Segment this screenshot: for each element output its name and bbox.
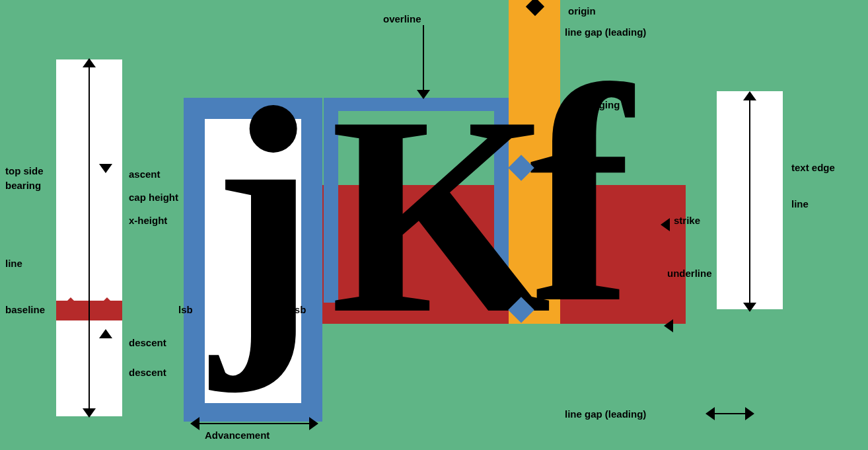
- label-underline: underline: [667, 268, 712, 279]
- label-line-right: line: [791, 198, 809, 209]
- advancement-arrow-l: [190, 417, 199, 430]
- label-strike: strike: [674, 215, 700, 226]
- right-line-stem: [749, 99, 750, 304]
- advancement-stem: [198, 423, 310, 424]
- label-bearing: bearing: [5, 180, 41, 191]
- label-top-side: top side: [5, 165, 44, 176]
- left-arrow-stem: [89, 66, 90, 410]
- ascent-arrow: [99, 164, 112, 173]
- overline-arrowhead: [417, 90, 430, 99]
- glyph-j: j: [211, 59, 317, 377]
- label-line-left: line: [5, 258, 22, 269]
- label-advancement: Advancement: [205, 430, 270, 441]
- label-hanging: hanging: [581, 99, 620, 110]
- label-x-height: x-height: [129, 215, 167, 226]
- label-lsb: lsb: [178, 304, 193, 315]
- left-arrow-up: [83, 58, 96, 67]
- linegap-arrow-r: [745, 407, 754, 420]
- right-line-up: [743, 91, 756, 100]
- label-ascent: ascent: [129, 169, 161, 180]
- overline-stem: [423, 25, 424, 91]
- label-text-edge: text edge: [791, 162, 835, 173]
- right-line-down: [743, 303, 756, 312]
- label-cap: cap height: [129, 192, 178, 203]
- linegap-stem: [713, 413, 746, 414]
- underline-arrow: [664, 319, 673, 332]
- hanging-arrow: [568, 102, 577, 116]
- label-origin: origin: [568, 5, 596, 17]
- glyph-f: f: [528, 40, 632, 350]
- linegap-arrow-l: [705, 407, 715, 420]
- label-descent-lower: descent: [129, 367, 166, 378]
- label-baseline: baseline: [5, 304, 45, 315]
- label-line-gap-top: line gap (leading): [565, 26, 646, 38]
- descent-arrow: [99, 329, 112, 338]
- label-overline: overline: [383, 13, 421, 24]
- advancement-arrow-r: [309, 417, 318, 430]
- label-rsb: rsb: [291, 304, 306, 315]
- diagram-canvas: j K f top side bearing line baseline asc…: [0, 0, 868, 450]
- strike-arrow: [661, 218, 670, 231]
- origin-marker: [528, 0, 542, 13]
- label-descent-upper: descent: [129, 337, 166, 348]
- left-arrow-down: [83, 408, 96, 418]
- label-line-gap-bottom: line gap (leading): [565, 408, 646, 420]
